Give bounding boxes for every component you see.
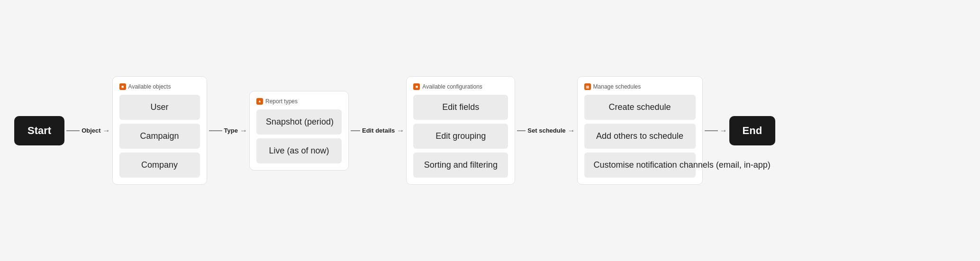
available-objects-box: ■ Available objects User Campaign Compan… bbox=[112, 76, 207, 185]
available-configurations-icon: ■ bbox=[413, 83, 420, 90]
create-schedule-item[interactable]: Create schedule bbox=[584, 95, 696, 120]
edit-details-connector: Edit details → bbox=[351, 126, 404, 135]
edit-details-label: Edit details bbox=[362, 127, 395, 134]
report-types-box: ▲ Report types Snapshot (period) Live (a… bbox=[249, 91, 349, 171]
customise-notification-item[interactable]: Customise notification channels (email, … bbox=[584, 153, 696, 178]
object-label: Object bbox=[82, 127, 100, 134]
manage-schedules-title: Manage schedules bbox=[593, 83, 641, 90]
available-objects-icon: ■ bbox=[119, 83, 126, 90]
manage-schedules-box: ▦ Manage schedules Create schedule Add o… bbox=[577, 76, 703, 185]
type-label: Type bbox=[224, 127, 238, 134]
manage-schedules-header: ▦ Manage schedules bbox=[584, 83, 696, 90]
object-connector: Object → bbox=[66, 126, 110, 135]
available-objects-title: Available objects bbox=[128, 83, 171, 90]
live-item[interactable]: Live (as of now) bbox=[256, 138, 342, 163]
set-schedule-connector: Set schedule → bbox=[517, 126, 575, 135]
arrow-3: → bbox=[397, 126, 404, 135]
available-configurations-header: ■ Available configurations bbox=[413, 83, 508, 90]
connector-line-3 bbox=[351, 130, 360, 131]
connector-line-1 bbox=[66, 130, 80, 131]
add-others-item[interactable]: Add others to schedule bbox=[584, 124, 696, 149]
end-label: End bbox=[743, 125, 762, 136]
available-objects-header: ■ Available objects bbox=[119, 83, 200, 90]
manage-schedules-icon: ▦ bbox=[584, 83, 591, 90]
connector-line-2 bbox=[209, 130, 222, 131]
sorting-filtering-item[interactable]: Sorting and filtering bbox=[413, 153, 508, 178]
end-node: End bbox=[729, 116, 776, 145]
type-connector: Type → bbox=[209, 126, 247, 135]
arrow-1: → bbox=[103, 126, 110, 135]
end-connector: → bbox=[705, 126, 727, 135]
report-types-header: ▲ Report types bbox=[256, 98, 342, 105]
set-schedule-label: Set schedule bbox=[527, 127, 565, 134]
campaign-item[interactable]: Campaign bbox=[119, 124, 200, 149]
available-configurations-box: ■ Available configurations Edit fields E… bbox=[406, 76, 515, 185]
connector-line-5 bbox=[705, 130, 718, 131]
snapshot-item[interactable]: Snapshot (period) bbox=[256, 109, 342, 135]
flow-container: Start Object → ■ Available objects User … bbox=[0, 0, 980, 261]
edit-grouping-item[interactable]: Edit grouping bbox=[413, 124, 508, 149]
arrow-4: → bbox=[568, 126, 575, 135]
company-item[interactable]: Company bbox=[119, 153, 200, 178]
start-node: Start bbox=[14, 116, 64, 145]
edit-fields-item[interactable]: Edit fields bbox=[413, 95, 508, 120]
report-types-icon: ▲ bbox=[256, 98, 263, 105]
arrow-2: → bbox=[240, 126, 247, 135]
available-configurations-title: Available configurations bbox=[422, 83, 482, 90]
start-label: Start bbox=[27, 125, 51, 136]
user-item[interactable]: User bbox=[119, 95, 200, 120]
connector-line-4 bbox=[517, 130, 526, 131]
arrow-5: → bbox=[720, 126, 727, 135]
report-types-title: Report types bbox=[265, 98, 298, 105]
